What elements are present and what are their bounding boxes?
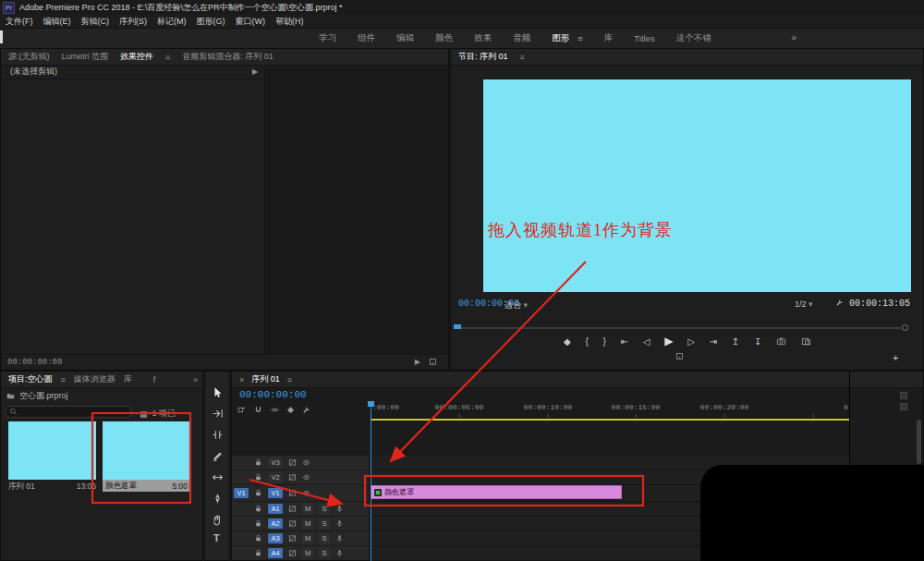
workspace-learn[interactable]: 学习 (319, 32, 336, 44)
button-editor-settings-icon[interactable] (675, 352, 684, 360)
workspace-titles[interactable]: Titles (634, 33, 654, 43)
panel-menu-icon[interactable]: ≡ (520, 53, 525, 62)
track-badge-v3[interactable]: V3 (268, 457, 283, 468)
source-patch-slot[interactable] (234, 533, 249, 543)
tab-effect-controls[interactable]: 效果控件 (120, 51, 153, 63)
mute-button[interactable]: M (302, 518, 313, 529)
sync-lock-icon[interactable] (288, 534, 297, 543)
chevron-right-icon[interactable]: ▶ (252, 67, 258, 76)
linked-selection-icon[interactable] (271, 406, 279, 414)
pen-tool-icon[interactable] (212, 493, 224, 505)
track-badge-v2[interactable]: V2 (268, 472, 283, 482)
lock-icon[interactable] (254, 473, 262, 482)
export-frame-button[interactable] (776, 336, 786, 347)
lock-icon[interactable] (254, 549, 262, 557)
program-scrubber[interactable] (454, 324, 908, 332)
scrubber-track[interactable] (454, 327, 901, 329)
timeline-ruler[interactable]: :00:00 00:00:05:00 00:00:10:00 00:00:15:… (371, 401, 849, 419)
source-patch-slot[interactable] (234, 518, 249, 529)
mark-in-button[interactable]: { (585, 336, 588, 347)
lock-icon[interactable] (254, 519, 262, 528)
menu-file[interactable]: 文件(F) (6, 16, 33, 28)
workspace-assembly[interactable]: 组件 (358, 32, 375, 44)
scrubber-playhead[interactable] (454, 324, 461, 329)
sync-lock-icon[interactable] (288, 505, 297, 513)
timeline-playhead[interactable] (371, 401, 371, 561)
lock-icon[interactable] (254, 489, 262, 497)
selection-tool-icon[interactable] (212, 386, 224, 398)
tab-libraries[interactable]: 库 (124, 373, 132, 385)
source-patch-slot[interactable] (234, 548, 249, 558)
sync-lock-icon[interactable] (288, 458, 297, 467)
tab-source-monitor[interactable]: 源:(无剪辑) (8, 51, 50, 63)
timeline-playhead-head[interactable] (368, 401, 374, 407)
source-patch-slot[interactable] (234, 472, 249, 482)
panel-option-icon[interactable] (429, 358, 437, 366)
mark-out-button[interactable]: } (603, 336, 606, 347)
add-marker-icon[interactable]: ◆ (287, 405, 294, 414)
workspace-audio[interactable]: 音频 (513, 32, 530, 44)
tab-clipped[interactable]: f (153, 375, 156, 384)
sync-lock-icon[interactable] (288, 489, 297, 497)
scrubber-zoom-handle[interactable] (902, 324, 908, 331)
workspace-color[interactable]: 颜色 (435, 32, 453, 44)
tab-audio-clip-mixer[interactable]: 音频剪辑混合器: 序列 01 (182, 51, 274, 63)
tab-overflow-icon[interactable]: » (193, 375, 198, 384)
track-output-eye-icon[interactable] (302, 458, 310, 467)
menu-graphics[interactable]: 图形(G) (197, 16, 225, 28)
razor-tool-icon[interactable] (212, 450, 224, 462)
voiceover-mic-icon[interactable] (335, 549, 344, 557)
step-forward-button[interactable]: ▷ (687, 336, 695, 347)
workspace-overflow-icon[interactable]: » (791, 32, 796, 43)
timeline-clip-colormatte[interactable]: 颜色遮罩 (371, 485, 622, 499)
tab-lumetri-scopes[interactable]: Lumetri 范围 (62, 51, 109, 63)
workspace-libraries[interactable]: 库 (604, 32, 614, 44)
timeline-view-gadget[interactable] (900, 403, 907, 410)
menu-clip[interactable]: 剪辑(C) (81, 16, 110, 28)
play-button[interactable]: ▶ (664, 335, 673, 348)
button-editor-plus-icon[interactable]: + (893, 352, 898, 363)
project-item-colormatte-label[interactable]: 颜色遮罩 5:00 (103, 480, 190, 492)
lift-button[interactable]: ↥ (732, 336, 739, 347)
solo-button[interactable]: S (319, 504, 330, 514)
close-icon[interactable]: × (239, 375, 244, 384)
source-patch-slot[interactable] (234, 457, 249, 468)
settings-wrench-icon[interactable] (835, 299, 844, 307)
mute-button[interactable]: M (302, 548, 313, 558)
search-input[interactable] (5, 406, 132, 418)
track-badge-a3[interactable]: A3 (268, 533, 283, 543)
track-badge-a4[interactable]: A4 (268, 548, 283, 558)
zoom-fit-dropdown[interactable]: 适合 ▾ (505, 299, 528, 311)
type-tool-icon[interactable]: T (213, 532, 220, 543)
slip-tool-icon[interactable] (212, 471, 224, 483)
workspace-custom[interactable]: 这个不错 (676, 32, 711, 44)
go-to-in-button[interactable]: ⇤ (621, 336, 628, 347)
project-bin-row[interactable]: 空心圆.prproj (6, 390, 68, 402)
project-item-colormatte-thumbnail[interactable] (103, 421, 190, 480)
voiceover-mic-icon[interactable] (335, 519, 344, 528)
timeline-settings-wrench-icon[interactable] (302, 406, 310, 414)
menu-edit[interactable]: 编辑(E) (43, 16, 71, 28)
tab-project[interactable]: 项目:空心圆 (8, 373, 53, 385)
hand-tool-icon[interactable] (212, 514, 224, 526)
panel-menu-icon[interactable]: ≡ (165, 53, 170, 62)
track-select-forward-tool-icon[interactable] (212, 408, 224, 420)
source-patch-slot[interactable] (234, 504, 249, 514)
playback-resolution-dropdown[interactable]: 1/2 ▾ (795, 299, 813, 309)
sync-lock-icon[interactable] (288, 473, 297, 482)
voiceover-mic-icon[interactable] (335, 534, 344, 543)
menu-help[interactable]: 帮助(H) (275, 16, 304, 28)
compare-view-button[interactable] (801, 336, 811, 347)
mute-button[interactable]: M (302, 504, 313, 514)
workspace-graphics[interactable]: 图形 (552, 32, 569, 44)
menu-marker[interactable]: 标记(M) (157, 16, 187, 28)
solo-button[interactable]: S (319, 548, 330, 558)
source-patch-v1[interactable]: V1 (234, 488, 249, 498)
ripple-edit-tool-icon[interactable] (212, 429, 224, 441)
add-marker-button[interactable]: ◆ (564, 336, 571, 347)
menu-sequence[interactable]: 序列(S) (119, 16, 147, 28)
solo-button[interactable]: S (319, 518, 330, 529)
voiceover-mic-icon[interactable] (335, 505, 344, 513)
snap-magnet-icon[interactable] (254, 406, 262, 414)
track-badge-a1[interactable]: A1 (268, 504, 283, 514)
